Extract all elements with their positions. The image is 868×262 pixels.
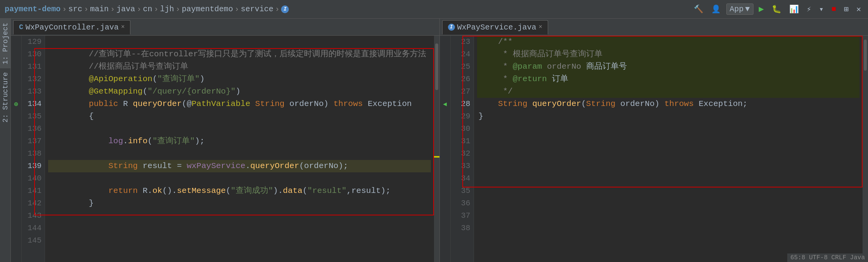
gutter-row-135 <box>11 110 21 123</box>
layout-icon[interactable]: ⊞ <box>842 3 851 15</box>
code-line-142: } <box>48 197 431 210</box>
breadcrumb-java[interactable]: java <box>116 5 135 14</box>
main-layout: 1: Project 2: Structure C WxPayControlle… <box>0 19 868 262</box>
left-scrollbar-thumb[interactable] <box>435 43 438 90</box>
rln-38: 38 <box>454 222 470 234</box>
rcode-38 <box>477 222 860 234</box>
code-line-138 <box>48 147 431 160</box>
left-tab-label: WxPayController.java <box>26 23 119 32</box>
ln-136: 136 <box>25 123 42 135</box>
run-button[interactable]: ▶ <box>757 3 766 15</box>
left-gutter: ⊕ <box>11 36 22 262</box>
rln-31: 31 <box>454 135 470 147</box>
breadcrumb-paymentdemo[interactable]: paymentdemo <box>182 5 233 14</box>
left-line-numbers: 129 130 131 132 133 134 135 136 137 138 … <box>22 36 45 262</box>
right-editor-tab[interactable]: I WxPayService.java × <box>442 20 549 35</box>
profile-run-icon[interactable]: ⚡ <box>804 3 814 15</box>
rln-34: 34 <box>454 172 470 185</box>
code-line-144 <box>48 222 431 234</box>
editors-container: C WxPayController.java × ⊕ <box>11 19 868 262</box>
close-icon[interactable]: ✕ <box>854 3 863 15</box>
ln-143: 143 <box>25 210 42 222</box>
left-tab-bar: C WxPayController.java × <box>11 19 439 36</box>
rcode-25: * @param orderNo 商品订单号 <box>477 61 860 73</box>
gutter-row-144 <box>11 222 21 234</box>
right-gutter-36 <box>440 197 450 210</box>
gutter-row-129 <box>11 36 21 48</box>
right-gutter-32 <box>440 147 450 160</box>
gutter-row-136 <box>11 123 21 135</box>
right-gutter-24 <box>440 48 450 61</box>
ln-129: 129 <box>25 36 42 48</box>
rln-35: 35 <box>454 185 470 197</box>
left-editor-pane: C WxPayController.java × ⊕ <box>11 19 440 262</box>
right-editor-body: ◀ 23 24 25 26 27 <box>440 36 868 262</box>
code-line-134: public R queryOrder(@PathVariable String… <box>48 98 431 110</box>
right-scrollbar-thumb[interactable] <box>864 40 867 71</box>
dropdown-chevron-icon: ▼ <box>745 5 750 14</box>
code-line-130: //查询订单--在controller写接口只是为了测试，后续定时调用的时候是直… <box>48 48 431 61</box>
breadcrumb-sep-3: › <box>110 5 115 14</box>
breadcrumb-sep-5: › <box>154 5 158 14</box>
code-line-140 <box>48 172 431 185</box>
interface-icon: I <box>281 5 289 13</box>
breadcrumb-project[interactable]: payment-demo <box>5 5 61 14</box>
app-run-dropdown[interactable]: App ▼ <box>726 3 753 15</box>
profile-icon[interactable]: 👤 <box>709 3 723 15</box>
rcode-28: String queryOrder(String orderNo) throws… <box>477 98 860 110</box>
rln-24: 24 <box>454 48 470 61</box>
scroll-marker-139 <box>434 156 439 158</box>
code-line-137: log.info("查询订单"); <box>48 135 431 147</box>
dropdown-more-icon[interactable]: ▾ <box>817 3 826 15</box>
breadcrumb-src[interactable]: src <box>68 5 82 14</box>
code-line-143 <box>48 210 431 222</box>
breadcrumb-ljh[interactable]: ljh <box>160 5 174 14</box>
rln-23: 23 <box>454 36 470 48</box>
breadcrumb-sep-8: › <box>275 5 279 14</box>
gutter-row-131 <box>11 61 21 73</box>
right-gutter-23 <box>440 36 450 48</box>
rcode-35 <box>477 185 860 197</box>
breadcrumb-cn[interactable]: cn <box>143 5 152 14</box>
hammer-icon[interactable]: 🔨 <box>691 3 706 15</box>
ln-134: 134 <box>25 98 42 110</box>
breadcrumb: payment-demo › src › main › java › cn › … <box>5 5 689 14</box>
rln-29: 29 <box>454 110 470 123</box>
breadcrumb-service[interactable]: service <box>241 5 273 14</box>
right-gutter-35 <box>440 185 450 197</box>
code-line-131: //根据商品订单号查询订单 <box>48 61 431 73</box>
code-line-129 <box>48 36 431 48</box>
status-bar: 65:8 UTF-8 CRLF Java <box>787 253 868 262</box>
left-editor-tab[interactable]: C WxPayController.java × <box>13 20 130 35</box>
rcode-31 <box>477 135 860 147</box>
debug-icon[interactable]: 🐛 <box>769 3 784 15</box>
rcode-33 <box>477 160 860 172</box>
coverage-icon[interactable]: 📊 <box>787 3 801 15</box>
rln-28: 28 <box>454 98 470 110</box>
left-scrollbar[interactable] <box>434 36 439 262</box>
breadcrumb-interface-badge: I <box>281 5 289 13</box>
rcode-37 <box>477 210 860 222</box>
breadcrumb-main[interactable]: main <box>90 5 109 14</box>
gutter-row-143 <box>11 210 21 222</box>
gutter-row-133 <box>11 85 21 98</box>
sidebar-item-structure[interactable]: 2: Structure <box>0 68 10 127</box>
rcode-24: * 根据商品订单号查询订单 <box>477 48 860 61</box>
left-tab-close[interactable]: × <box>121 24 125 31</box>
breadcrumb-sep-1: › <box>62 5 67 14</box>
rln-33: 33 <box>454 160 470 172</box>
rln-32: 32 <box>454 147 470 160</box>
right-code-area[interactable]: /** * 根据商品订单号查询订单 * @param orderNo 商品订单号… <box>474 36 863 262</box>
right-scrollbar[interactable] <box>863 36 868 262</box>
gutter-row-134: ⊕ <box>11 98 21 110</box>
right-gutter-38 <box>440 222 450 234</box>
breadcrumb-sep-2: › <box>84 5 89 14</box>
right-gutter-27 <box>440 85 450 98</box>
left-code-area[interactable]: //查询订单--在controller写接口只是为了测试，后续定时调用的时候是直… <box>45 36 434 262</box>
right-tab-close[interactable]: × <box>539 24 543 31</box>
stop-icon[interactable]: ■ <box>829 4 838 14</box>
top-bar: payment-demo › src › main › java › cn › … <box>0 0 868 19</box>
right-gutter-34 <box>440 172 450 185</box>
sidebar-item-project[interactable]: 1: Project <box>0 19 10 68</box>
ln-141: 141 <box>25 185 42 197</box>
